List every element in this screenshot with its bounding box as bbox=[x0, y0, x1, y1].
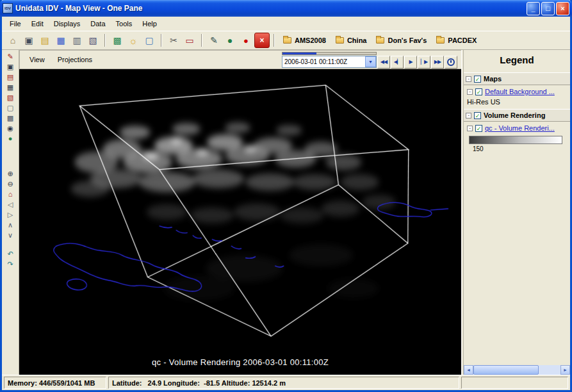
toolbar-separator bbox=[201, 34, 202, 47]
undo-icon: ↶ bbox=[7, 250, 13, 257]
save-file-button[interactable]: ▦ bbox=[53, 33, 69, 48]
bookmark-china[interactable]: China bbox=[331, 35, 372, 45]
qc-volume-row: - ✓ qc - Volume Renderi... bbox=[464, 122, 570, 133]
volume-rendering-collapse-button[interactable]: - bbox=[466, 113, 471, 118]
status-spacer bbox=[461, 377, 568, 389]
menu-tools[interactable]: Tools bbox=[111, 18, 138, 29]
colorbar[interactable] bbox=[469, 136, 562, 144]
legend-spacer bbox=[464, 152, 570, 365]
scroll-track[interactable] bbox=[539, 365, 560, 375]
menu-displays[interactable]: Displays bbox=[49, 18, 86, 29]
rotate-right-icon: ▷ bbox=[8, 211, 13, 218]
zoom-in-button[interactable]: ⊕ bbox=[4, 169, 17, 179]
folder-icon bbox=[436, 37, 445, 44]
rotate-right-button[interactable]: ▷ bbox=[4, 210, 17, 220]
export-button[interactable]: ▧ bbox=[85, 33, 101, 48]
bookmark-pacdex[interactable]: PACDEX bbox=[432, 35, 481, 45]
scroll-thumb[interactable] bbox=[473, 365, 539, 375]
default-background-row: - ✓ Default Background ... bbox=[464, 85, 570, 96]
qc-volume-checkbox[interactable]: ✓ bbox=[475, 125, 482, 132]
close-button[interactable]: × bbox=[556, 2, 569, 15]
scroll-right-icon: ► bbox=[563, 368, 568, 372]
step-back-button[interactable]: ◀▏ bbox=[391, 56, 404, 69]
maximize-button[interactable]: □ bbox=[541, 2, 555, 15]
globe-button[interactable]: ● bbox=[222, 33, 238, 48]
erase-button[interactable]: ▭ bbox=[182, 33, 197, 48]
color-tool-button[interactable]: ▦ bbox=[4, 83, 17, 92]
record-button[interactable]: ● bbox=[238, 33, 254, 48]
legend-panel: Legend - ✓ Maps - ✓ Default Background .… bbox=[464, 50, 570, 375]
animation-progress-track[interactable] bbox=[282, 52, 377, 55]
bookmark-label: AMS2008 bbox=[295, 37, 326, 44]
volume-cloud-rendering bbox=[70, 122, 395, 300]
measure-tool-button[interactable]: ▣ bbox=[4, 62, 17, 72]
rotate-left-button[interactable]: ◁ bbox=[4, 200, 17, 209]
print-button[interactable]: ▥ bbox=[69, 33, 85, 48]
first-frame-button[interactable]: ◀◀ bbox=[377, 56, 390, 69]
field-selector-button[interactable]: ▩ bbox=[110, 33, 125, 48]
cut-button[interactable]: ✂ bbox=[166, 33, 181, 48]
tilt-down-button[interactable]: ∨ bbox=[4, 231, 17, 240]
zoom-out-button[interactable]: ⊖ bbox=[4, 179, 17, 189]
open-file-button[interactable]: ▤ bbox=[37, 33, 53, 48]
grid-tool-button[interactable]: ▩ bbox=[4, 113, 17, 123]
measure-tool-icon: ▣ bbox=[7, 63, 13, 70]
bookmark-ams2008[interactable]: AMS2008 bbox=[279, 35, 331, 45]
window-controls: _ □ × bbox=[527, 2, 569, 15]
field-selector-icon: ▩ bbox=[113, 36, 121, 45]
map-view-panel: View Projections 2006-03-01 00:11:00Z ▼ … bbox=[19, 50, 461, 375]
cut-icon: ✂ bbox=[170, 36, 177, 45]
menubar: File Edit Displays Data Tools Help bbox=[2, 17, 570, 31]
first-frame-icon: ◀◀ bbox=[380, 60, 387, 65]
step-forward-button[interactable]: ▏▶ bbox=[418, 56, 430, 69]
menu-help[interactable]: Help bbox=[137, 18, 162, 29]
animation-progress-fill bbox=[282, 53, 316, 54]
maps-checkbox[interactable]: ✓ bbox=[474, 76, 481, 83]
contour-tool-button[interactable]: ▧ bbox=[4, 93, 17, 102]
menu-data[interactable]: Data bbox=[85, 18, 110, 29]
legend-title: Legend bbox=[464, 50, 570, 71]
tip-of-day-button[interactable]: ☼ bbox=[126, 33, 141, 48]
bookmark-dons-favs[interactable]: Don's Fav's bbox=[372, 35, 431, 45]
scroll-left-button[interactable]: ◄ bbox=[464, 365, 473, 375]
remove-displays-button[interactable]: × bbox=[254, 33, 270, 48]
titlebar[interactable]: IDV Unidata IDV - Map View - One Pane _ … bbox=[0, 0, 572, 17]
maps-collapse-button[interactable]: - bbox=[466, 76, 471, 82]
screen-capture-button[interactable]: ▣ bbox=[21, 33, 37, 48]
region-tool-button[interactable]: ▢ bbox=[4, 103, 17, 113]
minimize-button[interactable]: _ bbox=[527, 2, 540, 15]
scroll-right-button[interactable]: ► bbox=[560, 365, 570, 375]
scroll-left-icon: ◄ bbox=[466, 368, 471, 372]
last-frame-button[interactable]: ▶▶ bbox=[431, 56, 444, 69]
toolbar-separator bbox=[161, 34, 162, 47]
undo-button[interactable]: ↶ bbox=[4, 249, 17, 259]
redo-button[interactable]: ↷ bbox=[4, 259, 17, 269]
menu-view[interactable]: View bbox=[24, 54, 51, 65]
tilt-up-button[interactable]: ∧ bbox=[4, 220, 17, 230]
reset-view-button[interactable]: ⌂ bbox=[4, 190, 17, 199]
default-background-checkbox[interactable]: ✓ bbox=[475, 88, 482, 95]
combo-dropdown-button[interactable]: ▼ bbox=[365, 56, 376, 67]
menu-file[interactable]: File bbox=[4, 18, 26, 29]
draw-button[interactable]: ✎ bbox=[206, 33, 222, 48]
menu-projections[interactable]: Projections bbox=[52, 54, 98, 65]
play-icon: ▶ bbox=[409, 60, 412, 65]
menu-edit[interactable]: Edit bbox=[26, 18, 49, 29]
animation-properties-button[interactable] bbox=[445, 56, 457, 69]
legend-hscrollbar[interactable]: ◄ ► bbox=[464, 365, 570, 375]
volume-rendering-checkbox[interactable]: ✓ bbox=[474, 112, 481, 119]
probe-tool-button[interactable]: ◉ bbox=[4, 124, 17, 133]
map-3d-display[interactable]: qc - Volume Rendering 2006-03-01 00:11:0… bbox=[19, 69, 461, 375]
select-tool-icon: ✎ bbox=[7, 53, 13, 60]
default-background-collapse-button[interactable]: - bbox=[467, 89, 473, 95]
layer-tool-button[interactable]: ▤ bbox=[4, 72, 17, 82]
default-background-link[interactable]: Default Background ... bbox=[485, 88, 555, 95]
select-tool-button[interactable]: ✎ bbox=[4, 52, 17, 61]
time-combobox[interactable]: 2006-03-01 00:11:00Z ▼ bbox=[282, 56, 377, 68]
globe-tool-button[interactable]: ● bbox=[4, 134, 17, 143]
qc-volume-collapse-button[interactable]: - bbox=[467, 126, 473, 131]
new-display-button[interactable]: ▢ bbox=[142, 33, 157, 48]
home-button[interactable]: ⌂ bbox=[5, 33, 20, 48]
play-button[interactable]: ▶ bbox=[404, 56, 417, 69]
qc-volume-link[interactable]: qc - Volume Renderi... bbox=[485, 124, 555, 132]
